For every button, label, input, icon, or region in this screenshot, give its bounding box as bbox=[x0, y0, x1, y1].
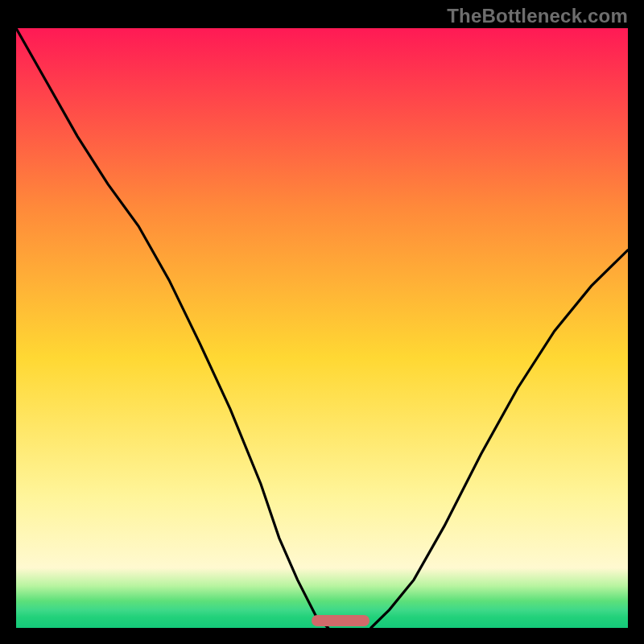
watermark-text: TheBottleneck.com bbox=[447, 5, 628, 27]
optimum-marker bbox=[312, 615, 369, 626]
bottleneck-curve bbox=[16, 28, 628, 628]
curve-left-segment bbox=[16, 28, 328, 628]
plot-area bbox=[16, 28, 628, 628]
chart-frame: TheBottleneck.com bbox=[0, 0, 644, 644]
curve-right-segment bbox=[371, 250, 628, 628]
